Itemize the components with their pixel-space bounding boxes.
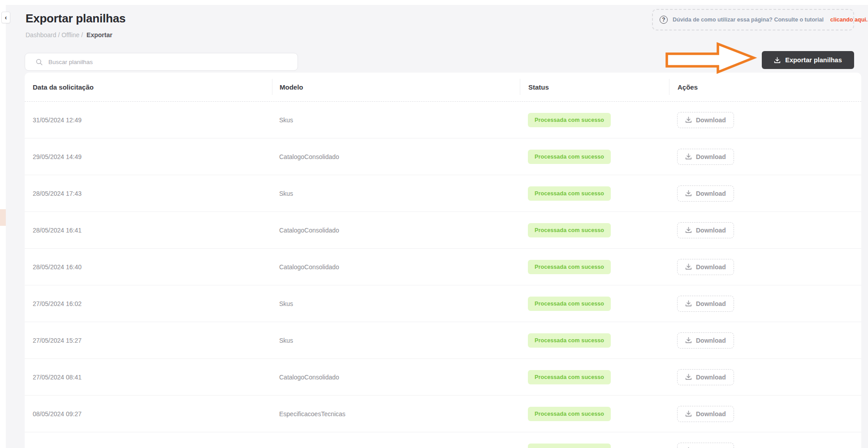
- column-header-date: Data da solicitação: [25, 79, 272, 95]
- table-row: 27/05/2024 15:27 Skus Processada com suc…: [25, 322, 861, 359]
- collapsed-sidebar-rail: [0, 0, 6, 448]
- model-cell: EspecificacoesTecnicas: [272, 410, 520, 418]
- status-badge: Processada com sucesso: [528, 186, 611, 201]
- request-date-cell: 27/05/2024 16:02: [25, 300, 272, 307]
- table-row: 28/05/2024 17:43 Skus Processada com suc…: [25, 175, 861, 212]
- request-date-cell: 28/05/2024 16:40: [25, 263, 272, 271]
- download-button-label: Download: [696, 410, 726, 418]
- table-row: 27/05/2024 08:41 CatalogoConsolidado Pro…: [25, 359, 861, 396]
- download-button-label: Download: [696, 190, 726, 197]
- table-row: 27/05/2024 16:02 Skus Processada com suc…: [25, 285, 861, 322]
- status-badge: Processada com sucesso: [528, 260, 611, 274]
- model-cell: Skus: [272, 116, 520, 124]
- annotation-arrow-icon: [665, 41, 757, 75]
- request-date-cell: 28/05/2024 16:41: [25, 227, 272, 234]
- download-icon: [685, 410, 692, 417]
- download-icon: [685, 190, 692, 197]
- exports-table: Data da solicitação Modelo Status Ações …: [25, 73, 861, 448]
- table-row: Processada com sucesso Download: [25, 432, 861, 448]
- download-button-label: Download: [696, 374, 726, 381]
- export-spreadsheets-button[interactable]: Exportar planilhas: [762, 51, 854, 69]
- download-button[interactable]: Download: [677, 259, 734, 275]
- breadcrumb-links[interactable]: Dashboard / Offline /: [26, 31, 83, 39]
- model-cell: Skus: [272, 300, 520, 307]
- collapse-sidebar-button[interactable]: ‹: [1, 12, 10, 23]
- download-button[interactable]: Download: [677, 185, 734, 202]
- table-row: 29/05/2024 14:49 CatalogoConsolidado Pro…: [25, 138, 861, 175]
- request-date-cell: 27/05/2024 15:27: [25, 337, 272, 344]
- download-button[interactable]: Download: [677, 443, 734, 448]
- search-input[interactable]: [48, 53, 298, 70]
- page-title: Exportar planilhas: [26, 12, 125, 26]
- status-badge: Processada com sucesso: [528, 150, 611, 164]
- status-badge: Processada com sucesso: [528, 297, 611, 311]
- table-header-row: Data da solicitação Modelo Status Ações: [25, 73, 861, 102]
- column-header-status: Status: [520, 79, 669, 95]
- download-button[interactable]: Download: [677, 332, 734, 349]
- chevron-left-icon: ‹: [5, 14, 7, 21]
- table-row: 08/05/2024 09:27 EspecificacoesTecnicas …: [25, 396, 861, 432]
- download-button-label: Download: [696, 300, 726, 307]
- download-icon: [774, 57, 781, 64]
- download-button[interactable]: Download: [677, 369, 734, 385]
- export-button-label: Exportar planilhas: [785, 56, 842, 64]
- download-button-label: Download: [696, 227, 726, 234]
- download-button-label: Download: [696, 337, 726, 344]
- model-cell: CatalogoConsolidado: [272, 153, 520, 160]
- download-icon: [685, 263, 692, 270]
- download-button[interactable]: Download: [677, 296, 734, 312]
- search-icon: [36, 59, 43, 65]
- breadcrumb: Dashboard / Offline / Exportar: [26, 31, 112, 39]
- table-row: 28/05/2024 16:40 CatalogoConsolidado Pro…: [25, 249, 861, 285]
- column-header-model: Modelo: [272, 79, 520, 95]
- status-badge: Processada com sucesso: [528, 223, 611, 237]
- top-band: [0, 0, 868, 5]
- tutorial-link[interactable]: clicando aqui.: [830, 17, 868, 23]
- download-button[interactable]: Download: [677, 149, 734, 165]
- download-icon: [685, 153, 692, 160]
- question-circle-icon: ?: [660, 16, 668, 24]
- download-button-label: Download: [696, 153, 726, 160]
- table-row: 31/05/2024 12:49 Skus Processada com suc…: [25, 102, 861, 138]
- sidebar-highlight-marker: [0, 209, 6, 226]
- download-icon: [685, 116, 692, 123]
- tutorial-help-box: ? Dúvida de como utilizar essa página? C…: [652, 9, 854, 30]
- status-badge: Processada com sucesso: [528, 113, 611, 127]
- download-button-label: Download: [696, 263, 726, 271]
- download-icon: [685, 374, 692, 380]
- table-body: 31/05/2024 12:49 Skus Processada com suc…: [25, 102, 861, 448]
- status-badge: Processada com sucesso: [528, 333, 611, 348]
- status-badge: Processada com sucesso: [528, 444, 611, 448]
- download-button-label: Download: [696, 116, 726, 124]
- help-text: Dúvida de como utilizar essa página? Con…: [673, 17, 824, 23]
- model-cell: Skus: [272, 190, 520, 197]
- request-date-cell: 28/05/2024 17:43: [25, 190, 272, 197]
- breadcrumb-current: Exportar: [86, 31, 112, 39]
- status-badge: Processada com sucesso: [528, 407, 611, 421]
- search-box: [25, 53, 298, 71]
- download-icon: [685, 337, 692, 344]
- download-icon: [685, 227, 692, 233]
- request-date-cell: 27/05/2024 08:41: [25, 374, 272, 381]
- download-button[interactable]: Download: [677, 112, 734, 128]
- download-icon: [685, 300, 692, 307]
- request-date-cell: 31/05/2024 12:49: [25, 116, 272, 124]
- model-cell: CatalogoConsolidado: [272, 374, 520, 381]
- model-cell: CatalogoConsolidado: [272, 227, 520, 234]
- download-button[interactable]: Download: [677, 222, 734, 238]
- request-date-cell: 29/05/2024 14:49: [25, 153, 272, 160]
- model-cell: Skus: [272, 337, 520, 344]
- download-button[interactable]: Download: [677, 406, 734, 422]
- status-badge: Processada com sucesso: [528, 370, 611, 384]
- model-cell: CatalogoConsolidado: [272, 263, 520, 271]
- table-row: 28/05/2024 16:41 CatalogoConsolidado Pro…: [25, 212, 861, 249]
- request-date-cell: 08/05/2024 09:27: [25, 410, 272, 418]
- column-header-actions: Ações: [669, 79, 861, 95]
